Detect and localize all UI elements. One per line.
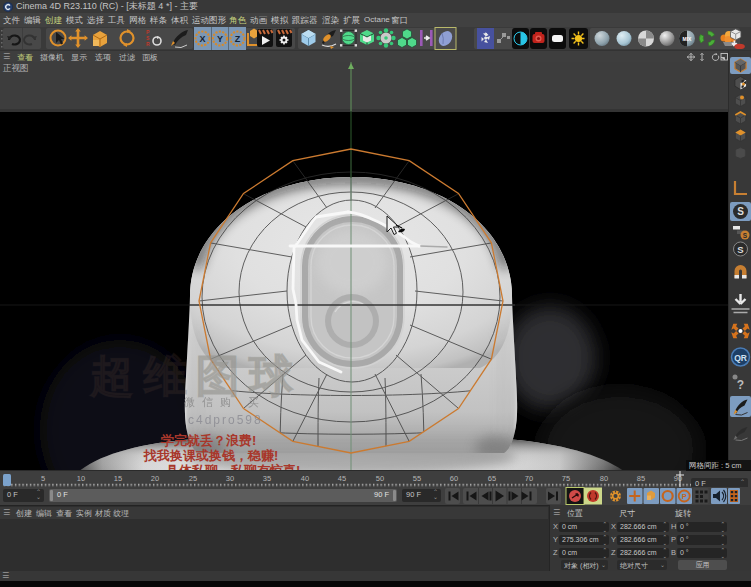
svg-text:找我换课或换钱，稳赚!: 找我换课或换钱，稳赚!: [143, 448, 278, 463]
svg-text:75: 75: [562, 474, 570, 483]
svg-text:c4dpro598: c4dpro598: [188, 413, 263, 427]
svg-text:R: R: [146, 41, 150, 47]
svg-text:25: 25: [189, 474, 197, 483]
svg-text:S: S: [743, 232, 748, 239]
svg-text:85: 85: [637, 474, 645, 483]
svg-text:具体私聊，私聊有惊喜!: 具体私聊，私聊有惊喜!: [165, 463, 300, 470]
svg-text:35: 35: [263, 474, 271, 483]
svg-text:50: 50: [376, 474, 384, 483]
svg-text:60: 60: [450, 474, 458, 483]
svg-text:55: 55: [413, 474, 421, 483]
svg-text:40: 40: [301, 474, 309, 483]
svg-text:微信购 买: 微信购 买: [184, 396, 266, 408]
svg-text:10: 10: [77, 474, 85, 483]
svg-text:P: P: [682, 492, 687, 501]
svg-text:65: 65: [488, 474, 496, 483]
svg-text:30: 30: [226, 474, 234, 483]
svg-text:S: S: [737, 244, 743, 255]
svg-text:学完就丢？浪费!: 学完就丢？浪费!: [160, 433, 256, 448]
svg-text:70: 70: [525, 474, 533, 483]
svg-text:45: 45: [338, 474, 346, 483]
svg-text:80: 80: [600, 474, 608, 483]
svg-text:QR: QR: [734, 353, 747, 363]
svg-text:X: X: [199, 34, 205, 44]
svg-text:15: 15: [114, 474, 122, 483]
svg-text:20: 20: [151, 474, 159, 483]
svg-text:MIX: MIX: [683, 36, 693, 42]
svg-text:?: ?: [737, 378, 744, 392]
svg-text:正视图: 正视图: [3, 63, 29, 73]
svg-text:S: S: [737, 206, 744, 217]
svg-text:Y: Y: [217, 34, 223, 44]
svg-text:Z: Z: [235, 34, 241, 44]
svg-text:5: 5: [41, 474, 45, 483]
